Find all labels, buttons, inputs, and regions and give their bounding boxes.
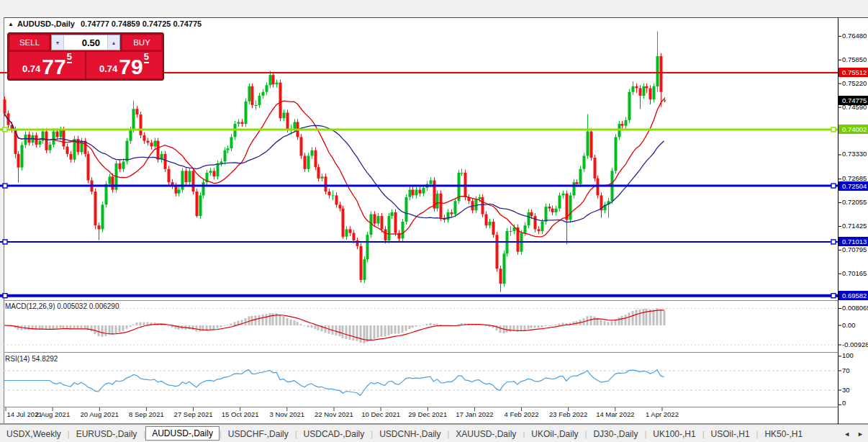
chart-tab-audusd-daily[interactable]: AUDUSD-,Daily [145,426,220,441]
mt4-window: 5M30H1H4D1W1MN ▲AUDUSD-,Daily0.74777 0.7… [0,0,868,442]
date-tick-label: 23 Feb 2022 [549,410,587,418]
date-tick-label: 17 Jan 2022 [456,410,493,418]
price-tick-label: 0.70795 [842,245,867,253]
chart-tab-uk100-h1[interactable]: UK100-,H1 [646,428,702,441]
chart-tab-eurusd-daily[interactable]: EURUSD-,Daily [70,428,144,441]
price-tick-label: 30 [842,386,850,394]
collapse-triangle-icon: ▲ [8,21,14,27]
sell-price-pip: 5 [67,52,72,63]
tab-scroll-right-icon[interactable]: ► [857,430,864,438]
date-tick-label: 2 Aug 2021 [35,410,70,418]
chart-tab-xauusd-daily[interactable]: XAUUSD-,Daily [449,428,523,441]
price-tick-label: 0.71425 [842,222,867,230]
chart-tab-usdchf-daily[interactable]: USDCHF-,Daily [222,428,295,441]
chart-tab-ukoil-daily[interactable]: UKOil-,Daily [525,428,584,441]
one-click-trading-panel: SELL ▼ ▲ BUY 0.74 77 5 0.74 79 5 [7,32,164,81]
price-tick-label: 0.70165 [842,269,867,277]
chart-ohlc-values: 0.74777 0.74859 0.74725 0.74775 [81,19,202,28]
time-axis: 14 Jul 20212 Aug 202120 Aug 20218 Sep 20… [0,407,838,423]
price-level-box: 0.69582 [838,291,868,300]
chart-tab-usoil-h1[interactable]: USOil-,H1 [705,428,756,441]
chart-tabs-bar: USDX,Weekly|EURUSD-,Daily|AUDUSD-,Daily|… [0,424,868,442]
macd-indicator-label: MACD(12,26,9) 0.005032 0.006290 [5,302,119,310]
chart-tab-usdcnh-daily[interactable]: USDCNH-,Daily [373,428,447,441]
date-tick-label: 29 Dec 2021 [408,410,447,418]
volume-decrease-button[interactable]: ▼ [52,35,64,50]
buy-button[interactable]: BUY [122,35,162,50]
date-tick-label: 14 Mar 2022 [596,410,634,418]
date-tick-label: 15 Oct 2021 [222,410,259,418]
tab-scroll-left-icon[interactable]: ◄ [844,430,850,438]
price-tick-label: 0.76480 [842,32,867,40]
price-level-box: 0.72504 [838,181,868,191]
date-tick-label: 27 Sep 2021 [174,410,213,418]
date-tick-label: 8 Sep 2021 [129,410,164,418]
price-tick-label: 0.73330 [842,150,867,158]
chart-tab-hk50-h1[interactable]: HK50-,H1 [758,428,809,441]
date-tick-label: 4 Feb 2022 [504,410,538,418]
price-tick-label: 70 [842,366,850,374]
price-level-box: 0.75512 [838,68,868,77]
buy-price-tile[interactable]: 0.74 79 5 [86,52,162,78]
price-tick-label: 100 [842,351,854,359]
price-tick-label: 0.75220 [842,79,867,87]
date-tick-label: 10 Dec 2021 [361,410,400,418]
price-tick-label: -0.00928 [842,340,868,348]
chart-symbol-label: AUDUSD-,Daily [17,19,75,28]
price-axis: 0.764800.758500.752200.745900.733300.726… [838,17,868,424]
date-tick-label: 20 Aug 2021 [81,410,119,418]
buy-price-big: 79 [119,57,143,78]
price-level-box: 0.71013 [838,237,868,246]
price-tick-label: 0 [842,399,846,407]
volume-stepper: ▼ ▲ [51,35,120,50]
date-tick-label: 1 Apr 2022 [646,410,679,418]
price-level-box: 0.74775 [838,96,868,105]
date-tick-label: 22 Nov 2021 [315,410,353,418]
volume-input[interactable] [64,35,107,50]
buy-price-prefix: 0.74 [99,62,117,77]
chart-tab-dj30-daily[interactable]: DJ30-,Daily [587,428,644,441]
price-tick-label: 0.72055 [842,198,867,206]
chart-tab-usdx-weekly[interactable]: USDX,Weekly [0,428,68,441]
chart-title: ▲AUDUSD-,Daily0.74777 0.74859 0.74725 0.… [8,19,202,28]
sell-button[interactable]: SELL [9,35,50,50]
price-level-box: 0.74002 [838,125,868,134]
chart-tab-usdcad-daily[interactable]: USDCAD-,Daily [297,428,371,441]
buy-price-pip: 5 [144,52,149,63]
date-tick-label: 3 Nov 2021 [270,410,305,418]
sell-price-tile[interactable]: 0.74 77 5 [9,52,85,78]
price-tick-label: 0.75850 [842,55,867,63]
volume-increase-button[interactable]: ▲ [107,35,119,50]
rsi-indicator-label: RSI(14) 54.8292 [5,355,58,363]
sell-price-big: 77 [42,57,65,78]
tab-scroll-arrows: ◄► [844,430,864,438]
price-tick-label: 0.008065 [842,304,868,312]
sell-price-prefix: 0.74 [22,62,40,77]
price-tick-label: 0.00 [842,321,856,329]
